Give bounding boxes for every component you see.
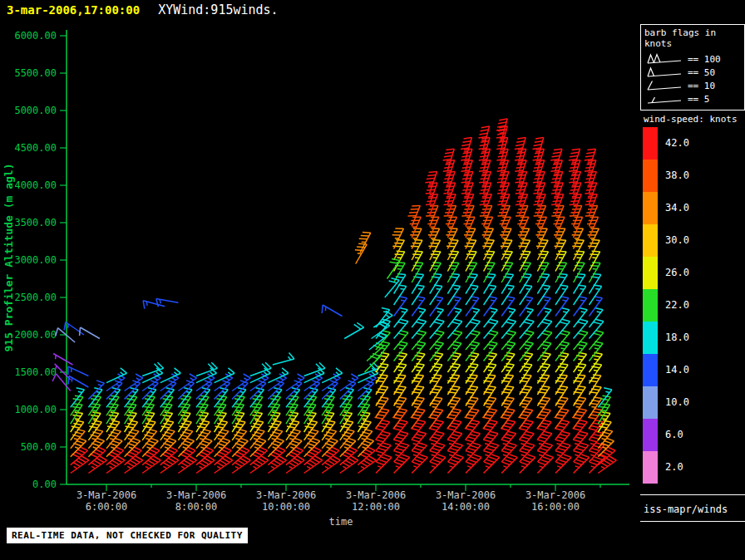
wind-barb	[215, 368, 235, 383]
wind-barb	[322, 368, 343, 383]
y-tick-label: 1000.00	[14, 404, 57, 415]
wind-barb	[125, 430, 139, 449]
colorbar-value: 22.0	[665, 289, 689, 322]
wind-barb	[160, 430, 175, 449]
wind-barb	[447, 341, 461, 361]
wind-barb	[520, 331, 534, 350]
colorbar-band: 34.0	[643, 192, 689, 224]
y-tick-label: 5500.00	[14, 67, 57, 79]
wind-barb	[590, 386, 602, 406]
wind-barb	[520, 364, 532, 384]
barb-legend-row: == 100	[644, 52, 744, 66]
feather-5-icon	[644, 93, 683, 105]
colorbar-swatch	[643, 322, 658, 354]
barb-legend-row: == 10	[644, 79, 744, 92]
wind-barb	[142, 430, 156, 449]
wind-barb	[430, 364, 442, 384]
wind-barb	[537, 331, 551, 350]
wind-barb	[322, 430, 336, 449]
wind-barb	[537, 454, 553, 474]
quality-notice: REAL-TIME DATA, NOT CHECKED FOR QUALITY	[7, 528, 248, 543]
wind-barb	[447, 251, 458, 271]
wind-barb	[178, 456, 196, 474]
wind-barb	[574, 352, 587, 372]
wind-barb	[466, 364, 478, 384]
colorbar-value: 30.0	[665, 224, 689, 257]
wind-barb	[80, 327, 100, 339]
wind-barb	[232, 430, 246, 449]
wind-barb	[286, 456, 304, 474]
wind-barb	[412, 386, 424, 406]
colorbar-swatch	[643, 354, 658, 386]
colorbar-band: 2.0	[643, 451, 689, 484]
wind-barb	[430, 375, 442, 395]
wind-barb	[447, 352, 461, 372]
wind-barb	[393, 375, 406, 395]
wind-barb	[484, 386, 496, 406]
wind-barb	[501, 352, 515, 372]
wind-barb	[359, 233, 371, 253]
wind-barb	[572, 240, 584, 260]
wind-barb	[555, 341, 570, 361]
wind-barb	[430, 352, 443, 372]
y-tick-label: 1500.00	[14, 366, 57, 378]
wind-barb	[376, 454, 392, 474]
colorbar-band: 30.0	[643, 224, 689, 257]
wind-barb	[394, 331, 408, 350]
colorbar-swatch	[643, 127, 658, 160]
wind-barb	[250, 456, 269, 474]
wind-barb	[466, 251, 476, 271]
wind-barb	[555, 454, 571, 474]
wind-barb	[447, 386, 460, 406]
wind-barb	[430, 341, 444, 361]
colorbar-value: 14.0	[665, 354, 689, 386]
flag-100-icon	[644, 53, 683, 65]
wind-barb	[520, 251, 530, 271]
wind-barb	[466, 454, 481, 474]
x-tick-date: 3-Mar-2006	[436, 489, 496, 501]
wind-barb	[590, 352, 603, 372]
wind-barb	[484, 251, 495, 271]
wind-barb	[412, 251, 422, 271]
x-tick-date: 3-Mar-2006	[346, 489, 406, 501]
wind-barb	[376, 375, 388, 395]
wind-barb	[394, 454, 410, 474]
wind-barb	[501, 240, 512, 260]
wind-barb	[88, 430, 102, 449]
wind-barb	[142, 456, 160, 474]
wind-barb	[537, 364, 550, 384]
wind-barb	[484, 454, 500, 474]
barb-legend-label: == 10	[688, 81, 715, 91]
colorbar-band: 22.0	[643, 289, 689, 322]
wind-barb	[484, 341, 498, 361]
wind-barb	[160, 456, 179, 474]
wind-barb	[394, 364, 407, 384]
wind-barb	[106, 368, 127, 383]
wind-barb	[484, 364, 496, 384]
wind-barb	[53, 354, 72, 366]
wind-barb	[537, 341, 551, 361]
colorbar-band: 38.0	[643, 160, 689, 192]
colorbar-value: 34.0	[665, 192, 689, 224]
y-tick-label: 2000.00	[14, 329, 57, 341]
wind-barb	[355, 243, 367, 263]
wind-barb	[483, 375, 496, 395]
wind-barb	[273, 352, 294, 365]
x-tick-time: 12:00:00	[352, 501, 400, 513]
wind-barb	[106, 430, 121, 449]
wind-barb	[412, 454, 427, 474]
colorbar-value: 10.0	[665, 386, 689, 419]
wind-barb	[447, 364, 460, 384]
wind-barb	[376, 386, 388, 406]
wind-barb	[178, 430, 192, 449]
barb-legend-label: == 50	[688, 67, 715, 78]
wind-barb	[286, 430, 300, 449]
wind-barb	[430, 454, 446, 474]
colorscale-title: wind-speed: knots	[644, 114, 738, 125]
x-tick-date: 3-Mar-2006	[256, 489, 316, 501]
x-tick-time: 6:00:00	[86, 501, 128, 513]
colorbar-swatch	[643, 160, 658, 192]
wind-barb	[412, 352, 425, 372]
wind-barb	[394, 386, 407, 406]
wind-barb	[501, 331, 516, 350]
